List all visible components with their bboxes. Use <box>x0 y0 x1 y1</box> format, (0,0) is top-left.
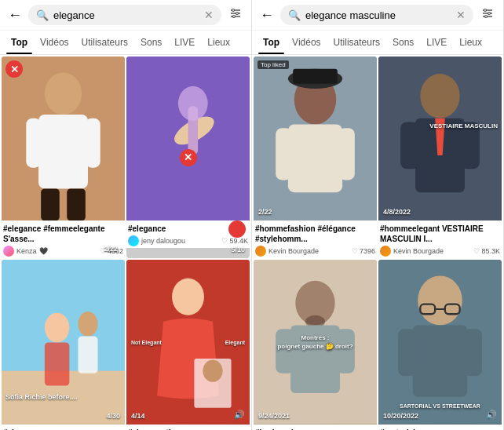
svg-rect-10 <box>86 118 100 168</box>
speaker-icon-r4: 🔊 <box>486 410 497 420</box>
search-icon-left: 🔍 <box>36 9 49 21</box>
avatar-r1 <box>255 246 266 257</box>
video-card-1[interactable]: ✕ 2/22 #elegance #femmeelegante S'asse..… <box>2 56 125 258</box>
tab-videos-right[interactable]: Vidéos <box>287 31 325 54</box>
tab-live-left[interactable]: LIVE <box>170 31 199 54</box>
avatar-1 <box>3 246 14 257</box>
svg-point-30 <box>484 9 487 12</box>
video-card-r1[interactable]: Top liked 2/22 #hommefashion #élégance #… <box>254 56 377 258</box>
svg-point-26 <box>203 360 222 382</box>
search-input-wrap-left[interactable]: 🔍 elegance ✕ <box>28 5 221 25</box>
date-r4: 10/20/2022 <box>383 412 418 420</box>
x-mark-1: ✕ <box>5 60 23 78</box>
heart-icon-r1: ♡ <box>352 247 358 255</box>
video-card-3[interactable]: Sofia Richie before.... 4/30 #elegance <box>2 260 125 430</box>
tab-top-left[interactable]: Top <box>6 31 32 54</box>
thumb-2 <box>126 56 250 220</box>
svg-rect-20 <box>45 343 69 386</box>
search-icon-right: 🔍 <box>288 9 301 21</box>
tab-lieux-right[interactable]: Lieux <box>455 31 487 54</box>
counter-4: 4/14 <box>131 412 145 420</box>
card-title-1: #elegance #femmeelegante S'asse... <box>3 224 123 244</box>
video-card-r3[interactable]: Montres :poignet gauche 🤔 droit? 9/24/20… <box>254 260 377 430</box>
svg-rect-37 <box>288 125 342 193</box>
card-author-area-r2: Kevin Bourgade <box>380 246 444 257</box>
video-card-4[interactable]: Not Elegant Elegant 🔊 4/14 #elegancetips <box>126 260 250 430</box>
avatar-r2 <box>380 246 391 257</box>
filter-button-left[interactable] <box>226 5 245 24</box>
svg-point-3 <box>232 9 235 12</box>
author-name-r1: Kevin Bourgade <box>268 247 319 255</box>
svg-point-5 <box>233 16 236 18</box>
likes-r2: 85.3K <box>481 247 500 255</box>
card-title-r2: #hommeelegant VESTIAIRE MASCULIN I... <box>380 224 500 244</box>
overlay-text-3: Sofia Richie before.... <box>5 393 78 403</box>
tab-lieux-left[interactable]: Lieux <box>203 31 235 54</box>
card-author-area-2: jeny dalougou <box>128 235 185 246</box>
svg-point-31 <box>488 13 491 15</box>
right-panel: ← 🔍 elegance masculine ✕ Top Vidéos Util… <box>252 0 504 430</box>
not-elegant-tag: Not Elegant <box>131 339 162 344</box>
svg-rect-39 <box>338 128 354 180</box>
video-card-r2[interactable]: VESTIAIRE MASCULIN 4/8/2022 #hommeelegan… <box>378 56 502 258</box>
heart-icon-2: ♡ <box>221 237 228 245</box>
date-r2: 4/8/2022 <box>383 208 411 216</box>
tab-sons-left[interactable]: Sons <box>136 31 166 54</box>
tabs-right: Top Vidéos Utilisateurs Sons LIVE Lieux <box>252 31 503 55</box>
thumb-r2: VESTIAIRE MASCULIN 4/8/2022 <box>378 56 502 220</box>
thumb-1 <box>2 56 125 220</box>
svg-rect-38 <box>276 128 291 180</box>
likes-r1: 7396 <box>360 247 375 255</box>
overlay-r3: Montres :poignet gauche 🤔 droit? <box>277 333 352 351</box>
svg-rect-8 <box>38 115 88 188</box>
tab-sons-right[interactable]: Sons <box>388 31 418 54</box>
content-right: Top liked 2/22 #hommefashion #élégance #… <box>252 55 503 430</box>
tab-videos-left[interactable]: Vidéos <box>35 31 73 54</box>
card-author-area-r1: Kevin Bourgade <box>255 246 319 257</box>
clear-button-right[interactable]: ✕ <box>456 9 466 21</box>
video-card-2[interactable]: ✕ 5/10 #elegance jeny dalougou ♡ 59.4K <box>126 56 250 258</box>
tab-users-left[interactable]: Utilisateurs <box>77 31 133 54</box>
card-info-r3: #horlogerie <box>254 425 377 430</box>
svg-point-16 <box>178 86 208 121</box>
back-button-left[interactable]: ← <box>6 5 24 25</box>
svg-rect-11 <box>41 188 60 220</box>
date-r1: 2/22 <box>258 208 272 216</box>
video-card-r4[interactable]: SARTORIAL VS STREETWEAR 🔊 10/20/2022 #sa… <box>378 260 502 430</box>
search-input-wrap-right[interactable]: 🔍 elegance masculine ✕ <box>280 5 473 25</box>
thumb-r1: Top liked 2/22 <box>254 56 377 220</box>
card-info-4: #elegancetips <box>126 425 250 430</box>
back-button-right[interactable]: ← <box>258 5 276 25</box>
card-title-4: #elegancetips <box>128 428 248 430</box>
card-title-r1: #hommefashion #élégance #stylehomm... <box>255 224 375 244</box>
tab-top-right[interactable]: Top <box>258 31 284 54</box>
card-title-r3: #horlogerie <box>255 428 375 430</box>
card-info-r4: #sartorial <box>378 425 502 430</box>
svg-rect-58 <box>398 329 417 376</box>
svg-point-21 <box>78 312 97 336</box>
filter-button-right[interactable] <box>478 5 497 24</box>
card-title-r4: #sartorial <box>380 428 500 430</box>
tab-live-right[interactable]: LIVE <box>422 31 451 54</box>
counter-3: 4/30 <box>106 412 120 420</box>
counter-1: 2/22 <box>100 244 121 253</box>
svg-point-41 <box>420 74 459 118</box>
search-query-left: elegance <box>53 9 199 21</box>
svg-point-53 <box>418 276 462 326</box>
card-info-3: #elegance <box>2 425 125 430</box>
search-bar-right: ← 🔍 elegance masculine ✕ <box>252 0 503 31</box>
clear-button-left[interactable]: ✕ <box>204 9 214 21</box>
author-name-r2: Kevin Bourgade <box>393 247 444 255</box>
card-author-area-1: Kenza 🖤 <box>3 246 48 257</box>
svg-rect-22 <box>78 337 97 374</box>
card-info-r1: #hommefashion #élégance #stylehomm... Ke… <box>254 220 377 258</box>
tab-users-right[interactable]: Utilisateurs <box>329 31 385 54</box>
svg-point-7 <box>45 72 82 115</box>
thumb-r4: SARTORIAL VS STREETWEAR 🔊 10/20/2022 <box>378 260 502 424</box>
tabs-left: Top Vidéos Utilisateurs Sons LIVE Lieux <box>0 31 251 55</box>
search-bar-left: ← 🔍 elegance ✕ <box>0 0 251 31</box>
speaker-icon-4: 🔊 <box>234 410 245 420</box>
likes-2: 59.4K <box>229 237 248 245</box>
brand-bottom-r4: SARTORIAL VS STREETWEAR <box>400 403 480 409</box>
svg-point-4 <box>236 13 239 15</box>
